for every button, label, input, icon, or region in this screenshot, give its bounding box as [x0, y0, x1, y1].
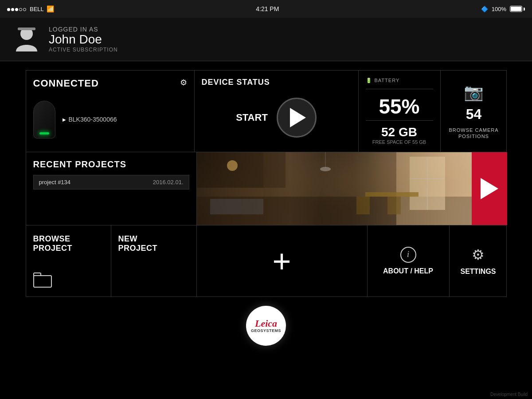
user-name: John Doe — [49, 33, 118, 47]
device-status-cell: DEVICE STATUS START — [195, 71, 359, 152]
svg-rect-4 — [263, 152, 396, 197]
svg-point-15 — [320, 167, 331, 171]
browse-project-button[interactable]: BROWSEPROJECT — [26, 225, 111, 296]
row-actions: BROWSEPROJECT NEWPROJECT + i ABOUT / HEL… — [26, 225, 506, 296]
dev-build-label: Development Build — [490, 392, 528, 397]
logged-in-label: LOGGED IN AS — [49, 26, 118, 33]
camera-icon: 📷 — [464, 83, 484, 102]
scanner-container: ▶ BLK360-3500066 — [33, 95, 187, 145]
panorama-preview — [197, 152, 507, 225]
svg-rect-10 — [365, 192, 419, 197]
camera-cell[interactable]: 📷 54 BROWSE CAMERAPOSITIONS — [441, 71, 507, 152]
main-grid: CONNECTED ⚙ ▶ BLK360-3500066 DEVICE STAT… — [26, 70, 507, 297]
play-large-icon — [481, 178, 498, 199]
recent-projects-title: RECENT PROJECTS — [33, 159, 189, 170]
wifi-icon: 📶 — [47, 5, 54, 12]
svg-rect-13 — [210, 199, 263, 214]
device-id: ▶ BLK360-3500066 — [63, 116, 117, 123]
battery-icon: 🔋 — [366, 78, 372, 83]
status-right: 🔷 100% — [481, 6, 525, 12]
new-project-plus[interactable]: + — [197, 225, 368, 296]
start-button[interactable] — [277, 98, 317, 138]
connected-title: CONNECTED — [33, 78, 99, 89]
leica-sub: Geosystems — [251, 328, 281, 333]
storage-label: FREE SPACE OF 55 GB — [366, 139, 433, 145]
status-left: BELL 📶 — [7, 5, 54, 12]
user-header: LOGGED IN AS John Doe ACTIVE SUBSCRIPTIO… — [0, 18, 532, 61]
status-time: 4:21 PM — [256, 5, 279, 12]
panorama-bg — [197, 152, 507, 225]
svg-rect-1 — [18, 28, 35, 30]
info-icon: i — [400, 247, 416, 263]
row-devices: CONNECTED ⚙ ▶ BLK360-3500066 DEVICE STAT… — [26, 71, 506, 152]
recent-projects-cell: RECENT PROJECTS project #134 2016.02.01. — [26, 152, 197, 225]
connected-cell: CONNECTED ⚙ ▶ BLK360-3500066 — [26, 71, 195, 152]
signal-dots — [7, 6, 27, 12]
project-item[interactable]: project #134 2016.02.01. — [33, 175, 189, 190]
battery-title: 🔋 BATTERY — [366, 78, 433, 89]
carrier-name: BELL — [30, 6, 44, 12]
scanner-glow — [39, 132, 49, 134]
bluetooth-icon: 🔷 — [481, 6, 488, 12]
folder-icon — [33, 273, 52, 288]
svg-rect-11 — [356, 197, 370, 214]
status-bar: BELL 📶 4:21 PM 🔷 100% — [0, 0, 532, 18]
svg-rect-12 — [387, 197, 401, 214]
start-area: START — [202, 91, 351, 145]
panorama-play-button[interactable] — [472, 152, 507, 225]
battery-percent-display: 55% — [366, 93, 433, 120]
settings-gear-button[interactable]: ⚙ — [180, 78, 187, 87]
device-status-title: DEVICE STATUS — [202, 78, 270, 87]
leica-logo: Leica Geosystems — [246, 306, 286, 346]
scanner-image — [33, 101, 55, 138]
battery-cell: 🔋 BATTERY 55% 52 GB FREE SPACE OF 55 GB — [359, 71, 441, 152]
project-name: project #134 — [39, 179, 71, 186]
camera-label: BROWSE CAMERAPOSITIONS — [449, 127, 498, 140]
row-projects: RECENT PROJECTS project #134 2016.02.01. — [26, 152, 506, 225]
svg-point-9 — [227, 160, 238, 171]
leica-logo-area: Leica Geosystems — [0, 306, 532, 346]
play-triangle-icon — [290, 108, 306, 127]
play-small-icon: ▶ — [63, 117, 66, 122]
about-label: ABOUT / HELP — [383, 267, 433, 275]
battery-indicator — [510, 6, 525, 12]
plus-icon: + — [272, 245, 291, 277]
connected-header: CONNECTED ⚙ — [33, 78, 187, 89]
new-project-title: NEWPROJECT — [118, 234, 158, 253]
project-date: 2016.02.01. — [153, 179, 184, 186]
camera-count: 54 — [466, 106, 482, 122]
new-project-button[interactable]: NEWPROJECT — [111, 225, 197, 296]
storage-gb: 52 GB — [366, 125, 433, 139]
storage-section: 52 GB FREE SPACE OF 55 GB — [366, 120, 433, 145]
avatar — [13, 26, 40, 52]
subscription-label: ACTIVE SUBSCRIPTION — [49, 47, 118, 53]
start-label: START — [236, 112, 268, 123]
browse-title: BROWSEPROJECT — [33, 234, 73, 253]
settings-button[interactable]: ⚙ SETTINGS — [450, 225, 507, 296]
about-help-button[interactable]: i ABOUT / HELP — [368, 225, 450, 296]
battery-percent: 100% — [492, 6, 506, 12]
settings-icon: ⚙ — [472, 246, 485, 263]
user-info: LOGGED IN AS John Doe ACTIVE SUBSCRIPTIO… — [49, 26, 118, 53]
settings-label: SETTINGS — [460, 268, 496, 276]
leica-brand: Leica — [255, 319, 277, 328]
